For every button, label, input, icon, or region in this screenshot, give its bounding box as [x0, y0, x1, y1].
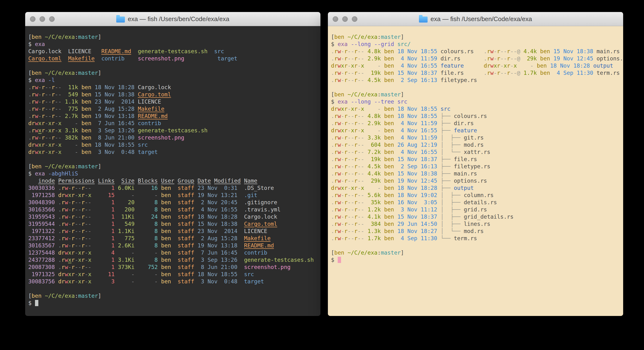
- terminal-line: .rw-r--r-- 7.2k ben 4 Nov 16:55 │ └── xa…: [331, 148, 623, 156]
- terminal-line: .rw-r--r-- 35k ben 16 Nov 3:05 │ ├── det…: [331, 199, 623, 206]
- title-bar[interactable]: exa — fish /Users/ben/Code/exa/exa: [25, 12, 320, 26]
- title-group: exa — fish /Users/ben/Code/exa/exa: [116, 15, 229, 23]
- terminal-line: $ exa --long --tree src: [331, 98, 623, 105]
- terminal-line: .rw-r--r-- 19k ben 15 Nov 18:37 ├── file…: [331, 156, 623, 163]
- terminal-line: .rw-r--r-- 549 ben 15 Nov 18:38 Cargo.to…: [28, 91, 320, 98]
- terminal-line: .rw-r--r-- 4.8k ben 18 Nov 18:55 colours…: [331, 48, 623, 55]
- window-title: exa — fish /Users/ben/Code/exa/exa: [128, 15, 229, 23]
- terminal-line: inode Permissions Links Size Blocks User…: [28, 177, 320, 184]
- terminal-line: .rwxr-xr-x 3.1k ben 3 Sep 13:26 generate…: [28, 127, 320, 134]
- terminal-line: .rw-r--r-- 19k ben 15 Nov 18:37 file.rs …: [331, 69, 623, 76]
- terminal-line: .rw-r--r-- 29k ben 19 Nov 12:45 ├── opti…: [331, 177, 623, 184]
- terminal-cursor: [338, 257, 341, 263]
- terminal-line: [ben ~/C/e/exa:master]: [28, 163, 320, 170]
- terminal-line: $ exa --long --grid src/: [331, 40, 623, 48]
- terminal-line: $ exa -l: [28, 76, 320, 84]
- terminal-line: drwxr-xr-x - ben 18 Nov 18:28 ├── output: [331, 184, 623, 192]
- terminal-line: [ben ~/C/e/exa:master]: [331, 91, 623, 98]
- terminal-line: [28, 62, 320, 69]
- terminal-line: [ben ~/C/e/exa:master]: [28, 69, 320, 76]
- terminal-line: [ben ~/C/e/exa:master]: [331, 33, 623, 40]
- terminal-line: $: [28, 300, 320, 306]
- terminal-line: .rw-r--r-- 1.7k ben 4 Sep 11:30 └── term…: [331, 235, 623, 242]
- terminal-line: [28, 285, 320, 292]
- terminal-line: .rw-r--r-- 11k ben 18 Nov 18:28 Cargo.lo…: [28, 84, 320, 91]
- terminal-line: .rw-r--r-- 2.7k ben 19 Nov 13:18 README.…: [28, 112, 320, 120]
- terminal-line: 20087308 .rw-r--r-- 1 373Ki 752 ben staf…: [28, 264, 320, 271]
- terminal-line: drwxr-xr-x - ben 7 Jun 16:45 contrib: [28, 120, 320, 127]
- minimize-button[interactable]: [40, 16, 45, 22]
- terminal-line: Cargo.toml Makefile contrib screenshot.p…: [28, 55, 320, 62]
- terminal-line: 23377412 .rw-r--r-- 1 775 8 ben staff 2 …: [28, 235, 320, 242]
- terminal-line: [28, 156, 320, 163]
- terminal-line: .rw-r--r-- 4.5k ben 2 Sep 16:13 ├── file…: [331, 163, 623, 170]
- terminal-line: .rw-r--r-- 4.5k ben 2 Sep 16:13 filetype…: [331, 76, 623, 84]
- terminal-line: $ exa -abghHliS: [28, 170, 320, 177]
- terminal-line: 30163566 .rw-r--r-- 1 200 8 ben staff 4 …: [28, 206, 320, 213]
- traffic-lights: [333, 12, 357, 26]
- folder-icon: [116, 16, 125, 22]
- terminal-line: .rw-r--r-- 1.1k ben 23 Nov 2014 LICENCE: [28, 98, 320, 105]
- terminal-line: drwxr-xr-x - ben 18 Nov 18:55 src: [331, 105, 623, 112]
- minimize-button[interactable]: [342, 16, 348, 22]
- zoom-button[interactable]: [352, 16, 357, 22]
- terminal-line: .rw-r--r-- 2.9k ben 4 Nov 11:59 dir.rs .…: [331, 55, 623, 62]
- terminal-line: 12375448 drwxr-xr-x 4 - - ben staff 7 Ju…: [28, 249, 320, 256]
- window-title: exa — fish /Users/ben/Code/exa/exa: [430, 15, 532, 23]
- close-button[interactable]: [30, 16, 36, 22]
- terminal-line: .rw-r--r-- 4.1k ben 15 Nov 18:37 │ ├── g…: [331, 213, 623, 220]
- terminal-line: 30030336 .rw-r--r-- 1 6.0Ki 16 ben staff…: [28, 184, 320, 192]
- terminal-line: .rw-r--r-- 4.4k ben 15 Nov 18:38 ├── mai…: [331, 170, 623, 177]
- terminal-line: $ exa: [28, 40, 320, 48]
- terminal-output[interactable]: [ben ~/C/e/exa:master]$ exaCargo.lock LI…: [25, 26, 320, 316]
- terminal-line: drwxr-xr-x - ben 4 Nov 16:55 ├── feature: [331, 127, 623, 134]
- terminal-line: drwxr-xr-x - ben 4 Nov 16:55 feature drw…: [331, 62, 623, 69]
- terminal-line: .rw-r--r-- 3.3k ben 4 Nov 11:59 │ ├── gi…: [331, 134, 623, 141]
- title-group: exa — fish /Users/ben/Code/exa/exa: [419, 15, 532, 23]
- terminal-window-dark: exa — fish /Users/ben/Code/exa/exa [ben …: [25, 12, 320, 316]
- terminal-line: [331, 242, 623, 249]
- terminal-line: .rw-r--r-- 1.3k ben 18 Nov 18:27 │ └── m…: [331, 228, 623, 235]
- terminal-line: Cargo.lock LICENCE README.md generate-te…: [28, 48, 320, 55]
- terminal-line: .rw-r--r-- 604 ben 26 Aug 12:19 │ ├── mo…: [331, 141, 623, 148]
- terminal-line: .rw-r--r-- 2.9k ben 4 Nov 11:59 ├── dir.…: [331, 120, 623, 127]
- terminal-line: 31959544 .rw-r--r-- 1 549 8 ben staff 15…: [28, 220, 320, 228]
- terminal-line: 24377288 .rwxr-xr-x 1 3.1Ki 8 ben staff …: [28, 256, 320, 264]
- terminal-line: [ben ~/C/e/exa:master]: [331, 249, 623, 256]
- terminal-line: 1971322 .rw-r--r-- 1 1.1Ki 8 ben staff 2…: [28, 228, 320, 235]
- terminal-line: drwxr-xr-x - ben 18 Nov 18:55 src: [28, 141, 320, 148]
- terminal-line: 1971325 drwxr-xr-x 11 - - ben staff 18 N…: [28, 271, 320, 278]
- terminal-line: 31959543 .rw-r--r-- 1 11Ki 24 ben staff …: [28, 213, 320, 220]
- terminal-window-light: exa — fish /Users/ben/Code/exa/exa [ben …: [328, 12, 623, 316]
- terminal-cursor: [35, 300, 38, 306]
- terminal-line: 30048390 .rw-r--r-- 1 20 8 ben staff 2 N…: [28, 199, 320, 206]
- terminal-line: .rw-r--r-- 775 ben 2 Aug 15:28 Makefile: [28, 105, 320, 112]
- terminal-line: .rw-r--r-- 5.6k ben 18 Nov 19:02 │ ├── c…: [331, 192, 623, 199]
- terminal-line: [331, 84, 623, 91]
- terminal-line: drwxr-xr-x - ben 3 Nov 0:48 target: [28, 148, 320, 156]
- terminal-line: .rw-r--r-- 1.2k ben 3 Nov 11:12 │ ├── gr…: [331, 206, 623, 213]
- zoom-button[interactable]: [49, 16, 55, 22]
- terminal-line: [ben ~/C/e/exa:master]: [28, 33, 320, 40]
- title-bar[interactable]: exa — fish /Users/ben/Code/exa/exa: [328, 12, 623, 26]
- terminal-line: 30083756 drwxr-xr-x 3 - - ben staff 3 No…: [28, 278, 320, 285]
- terminal-line: .rw-r--r-- 4.8k ben 18 Nov 18:55 ├── col…: [331, 112, 623, 120]
- folder-icon: [419, 16, 428, 22]
- terminal-line: $: [331, 256, 623, 264]
- terminal-line: [ben ~/C/e/exa:master]: [28, 292, 320, 300]
- terminal-line: 1971258 drwxr-xr-x 15 - - ben staff 19 N…: [28, 192, 320, 199]
- terminal-line: 30163567 .rw-r--r-- 1 2.6Ki 8 ben staff …: [28, 242, 320, 249]
- terminal-line: .rw-r--r-- 382k ben 8 Jun 21:00 screensh…: [28, 134, 320, 141]
- traffic-lights: [30, 12, 55, 26]
- terminal-line: .rw-r--r-- 384 ben 29 Jun 14:50 │ ├── li…: [331, 220, 623, 228]
- terminal-output[interactable]: [ben ~/C/e/exa:master]$ exa --long --gri…: [328, 26, 623, 316]
- close-button[interactable]: [333, 16, 338, 22]
